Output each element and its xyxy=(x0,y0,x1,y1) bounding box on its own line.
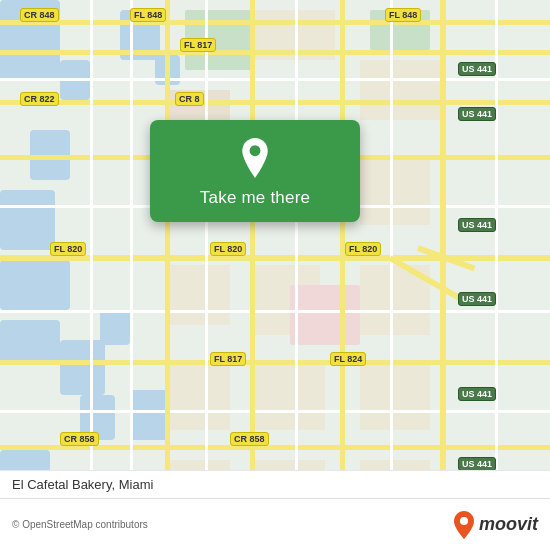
bottom-bar: © OpenStreetMap contributors moovit xyxy=(0,498,550,550)
location-name-text: El Cafetal Bakery, Miami xyxy=(12,477,153,492)
label-us441-1: US 441 xyxy=(458,62,496,76)
attribution-text: © OpenStreetMap contributors xyxy=(12,519,148,530)
block-10 xyxy=(360,365,430,430)
label-us441-5: US 441 xyxy=(458,387,496,401)
label-us441-3: US 441 xyxy=(458,218,496,232)
label-fl820-mid: FL 820 xyxy=(210,242,246,256)
svg-point-0 xyxy=(250,145,261,156)
label-cr848: CR 848 xyxy=(20,8,59,22)
take-me-there-card[interactable]: Take me there xyxy=(150,120,360,222)
label-fl817-bot: FL 817 xyxy=(210,352,246,366)
label-cr8: CR 8 xyxy=(175,92,204,106)
water-5 xyxy=(0,260,70,310)
block-9 xyxy=(250,365,325,430)
road-h-minor-3 xyxy=(0,310,550,313)
block-3 xyxy=(360,60,440,120)
label-us441-4: US 441 xyxy=(458,292,496,306)
road-h-minor-1 xyxy=(0,78,550,81)
road-v-major-2 xyxy=(250,0,255,550)
map-container: FL 848 FL 848 CR 848 FL 817 CR 822 CR 8 … xyxy=(0,0,550,550)
road-v-major-1 xyxy=(165,0,170,550)
road-h-fl848 xyxy=(0,20,550,25)
label-fl848-left: FL 848 xyxy=(130,8,166,22)
road-v-minor-3 xyxy=(205,0,208,550)
water-12 xyxy=(100,310,130,345)
block-4 xyxy=(170,265,230,325)
location-name-bar: El Cafetal Bakery, Miami xyxy=(0,470,550,498)
label-us441-6: US 441 xyxy=(458,457,496,471)
road-h-cr822 xyxy=(0,100,550,105)
label-cr858-1: CR 858 xyxy=(60,432,99,446)
label-fl848-right: FL 848 xyxy=(385,8,421,22)
block-8 xyxy=(170,365,230,430)
moovit-pin-icon xyxy=(453,511,475,539)
location-pin-icon xyxy=(235,138,275,178)
road-v-major-3 xyxy=(340,0,345,550)
label-fl824: FL 824 xyxy=(330,352,366,366)
label-fl820-left: FL 820 xyxy=(50,242,86,256)
svg-point-1 xyxy=(460,517,468,525)
moovit-logo: moovit xyxy=(453,511,538,539)
road-v-minor-5 xyxy=(390,0,393,550)
water-6 xyxy=(0,320,60,365)
block-6 xyxy=(360,155,430,225)
water-2 xyxy=(0,190,55,250)
water-13 xyxy=(130,390,170,440)
road-h-minor-4 xyxy=(0,410,550,413)
label-us441-2: US 441 xyxy=(458,107,496,121)
water-7 xyxy=(60,340,105,395)
label-fl817-top: FL 817 xyxy=(180,38,216,52)
road-v-minor-4 xyxy=(295,0,298,550)
label-fl820-right: FL 820 xyxy=(345,242,381,256)
road-h-fl817-top xyxy=(0,50,550,55)
label-cr858-2: CR 858 xyxy=(230,432,269,446)
take-me-there-label: Take me there xyxy=(200,188,310,208)
moovit-logo-text: moovit xyxy=(479,514,538,535)
road-v-minor-1 xyxy=(90,0,93,550)
road-v-minor-2 xyxy=(130,0,133,550)
road-h-fl817-bot xyxy=(0,360,550,365)
label-cr822: CR 822 xyxy=(20,92,59,106)
road-v-us441 xyxy=(440,0,446,550)
pink-block-1 xyxy=(290,285,360,345)
